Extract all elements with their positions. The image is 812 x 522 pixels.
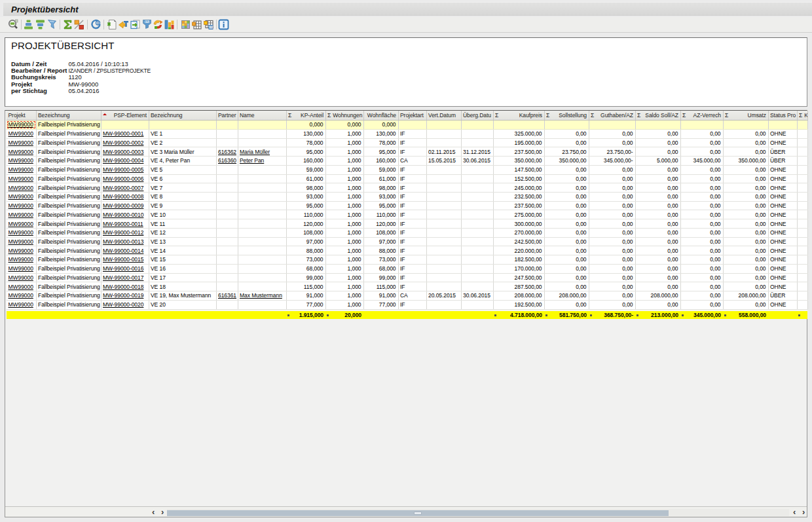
svg-text:W: W: [209, 25, 213, 29]
svg-text:12: 12: [145, 20, 149, 24]
